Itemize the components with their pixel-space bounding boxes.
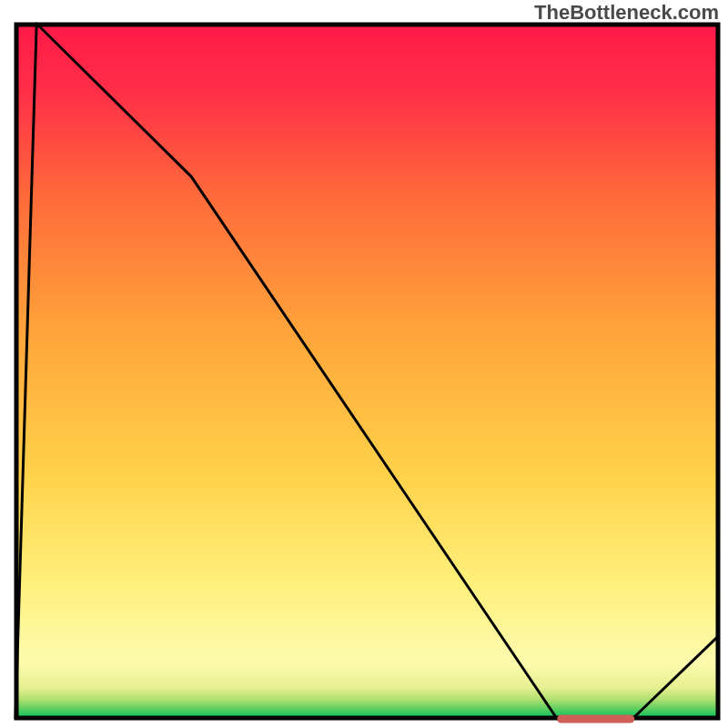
- bottleneck-chart: [0, 0, 728, 728]
